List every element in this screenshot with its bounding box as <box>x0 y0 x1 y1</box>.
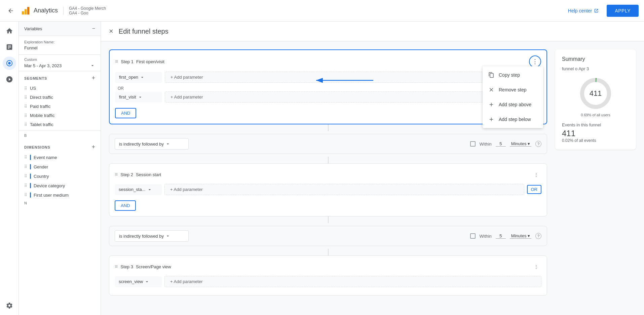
step1-event1-select[interactable]: first_open <box>115 72 162 83</box>
within-label: Within <box>480 142 492 147</box>
step3-header: ≡ Step 3 Screen/Page view ⋮ <box>115 261 541 272</box>
settings-button[interactable] <box>3 299 16 312</box>
dimension-item[interactable]: ⠿ Event name <box>19 153 101 162</box>
nav-explore[interactable] <box>3 56 16 70</box>
nav-home[interactable] <box>3 24 16 38</box>
within-help-icon[interactable]: ? <box>535 141 541 147</box>
drag-icon: ⠿ <box>24 164 27 169</box>
dimension-item[interactable]: ⠿ Device category <box>19 181 101 190</box>
add-segment-button[interactable]: + <box>91 75 95 82</box>
step3-event1-select[interactable]: screen_view <box>115 276 162 287</box>
add-dimension-button[interactable]: + <box>91 144 95 151</box>
remove-step-menu-item[interactable]: Remove step <box>483 82 543 97</box>
dimension-item[interactable]: ⠿ Gender <box>19 162 101 171</box>
step1-header: ≡ Step 1 First open/visit ⋮ <box>115 55 541 68</box>
date-label: Custom <box>24 57 95 62</box>
connector2-type-select[interactable]: is indirectly followed by <box>115 230 189 242</box>
add-step-above-label: Add step above <box>499 102 531 107</box>
dialog-title: Edit funnel steps <box>119 28 168 35</box>
step2-more-button[interactable]: ⋮ <box>531 169 541 180</box>
copy-step-menu-item[interactable]: Copy step <box>483 68 543 82</box>
within2-value-input[interactable] <box>496 233 506 239</box>
variables-sidebar: Variables − Exploration Name: Funnel Cus… <box>19 22 101 315</box>
donut-subtitle: 0.69% of all users <box>562 113 629 117</box>
segments-label: SEGMENTS <box>24 76 47 80</box>
dimension-extra: N <box>19 200 101 206</box>
add-step-above-menu-item[interactable]: Add step above <box>483 97 543 112</box>
content-area: Tab × Edit funnel steps <box>101 22 644 315</box>
step2-label: Step 2 <box>120 172 133 177</box>
step1-title-area: ≡ Step 1 First open/visit <box>115 58 164 65</box>
connector-type-select[interactable]: is indirectly followed by <box>115 138 189 150</box>
step1-event-row2: first_visit + Add parameter OR <box>115 91 541 103</box>
step1-drag-icon[interactable]: ≡ <box>115 58 118 65</box>
within2-checkbox[interactable] <box>470 233 476 239</box>
within2-help-icon[interactable]: ? <box>535 233 541 239</box>
step1-event2-select[interactable]: first_visit <box>115 92 162 103</box>
step1-add-param2-button[interactable]: + Add parameter <box>165 91 524 103</box>
copy-step-label: Copy step <box>499 72 520 78</box>
apply-button[interactable]: APPLY <box>607 5 639 17</box>
step1-and-button[interactable]: AND <box>115 108 136 118</box>
nav-advertising[interactable] <box>3 73 16 86</box>
break-label: B <box>19 130 101 140</box>
svg-rect-0 <box>22 11 24 14</box>
segment-item[interactable]: ⠿ Direct traffic <box>19 93 101 102</box>
topbar-divider <box>63 7 64 15</box>
connector-line-3 <box>109 216 547 223</box>
back-button[interactable] <box>5 5 16 16</box>
step2-name: Session start <box>136 172 161 177</box>
step3-add-param-button[interactable]: + Add parameter <box>164 276 541 287</box>
summary-title: Summary <box>562 56 629 62</box>
exploration-section: Exploration Name: Funnel <box>19 36 101 55</box>
nav-reports[interactable] <box>3 40 16 54</box>
add-step-below-menu-item[interactable]: Add step below <box>483 112 543 127</box>
vertical-line <box>328 216 329 223</box>
within2-unit-select[interactable]: Minutes ▾ <box>510 233 531 239</box>
within-unit-select[interactable]: Minutes ▾ <box>510 141 531 147</box>
vertical-line <box>328 249 329 255</box>
collapse-button[interactable]: − <box>92 26 95 32</box>
drag-icon: ⠿ <box>24 95 27 100</box>
dimensions-header: DIMENSIONS + <box>19 140 101 153</box>
within-value-input[interactable] <box>496 141 506 147</box>
segment-item[interactable]: ⠿ Mobile traffic <box>19 111 101 120</box>
within-checkbox[interactable] <box>470 141 476 147</box>
dialog-header: × Edit funnel steps <box>101 22 644 41</box>
date-section: Custom Mar 5 - Apr 3, 2023 <box>19 55 101 71</box>
app-name: Analytics <box>34 7 58 14</box>
segment-item[interactable]: ⠿ US <box>19 84 101 93</box>
add-above-icon <box>488 101 495 108</box>
summary-funnel-text: funnel o Apr 3 <box>562 66 629 71</box>
step2-or-badge[interactable]: OR <box>527 185 542 194</box>
step3-more-button[interactable]: ⋮ <box>531 261 541 272</box>
segment-item[interactable]: ⠿ Tablet traffic <box>19 120 101 129</box>
dimension-item[interactable]: ⠿ First user medium <box>19 190 101 200</box>
step2-and-button[interactable]: AND <box>115 200 136 211</box>
remove-step-label: Remove step <box>499 87 526 92</box>
vertical-line <box>328 157 329 163</box>
step2-drag-icon[interactable]: ≡ <box>115 171 118 178</box>
color-indicator <box>30 164 31 169</box>
step3-event-row1: screen_view + Add parameter <box>115 276 541 287</box>
svg-rect-2 <box>27 7 29 14</box>
step3-title-area: ≡ Step 3 Screen/Page view <box>115 264 171 270</box>
variables-header: Variables − <box>19 22 101 36</box>
connector-line-2 <box>109 157 547 163</box>
step2-event1-select[interactable]: session_sta... <box>115 184 162 195</box>
dimension-item[interactable]: ⠿ Country <box>19 171 101 181</box>
drag-icon: ⠿ <box>24 86 27 91</box>
funnel-steps-container: ≡ Step 1 First open/visit ⋮ <box>109 49 547 307</box>
tab-info: GA4 - Google Merch GA4 - Goo <box>69 6 106 15</box>
step2-add-param-button[interactable]: + Add parameter <box>164 184 524 195</box>
segment-item[interactable]: ⠿ Paid traffic <box>19 102 101 111</box>
step1-more-button[interactable]: ⋮ <box>529 55 541 68</box>
step3-drag-icon[interactable]: ≡ <box>115 264 118 270</box>
color-indicator <box>30 173 31 179</box>
dialog-close-button[interactable]: × <box>109 27 113 36</box>
date-range[interactable]: Mar 5 - Apr 3, 2023 <box>24 63 95 68</box>
help-center-button[interactable]: Help center <box>564 5 603 16</box>
connector-line-4 <box>109 249 547 255</box>
copy-icon <box>488 72 495 78</box>
color-indicator <box>30 192 31 198</box>
